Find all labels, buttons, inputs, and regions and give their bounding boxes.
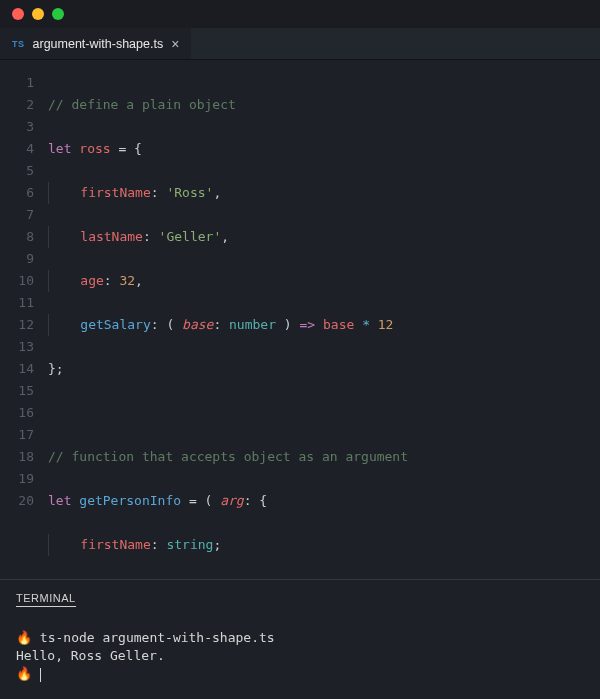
line-number: 5 [0, 160, 34, 182]
line-number: 1 [0, 72, 34, 94]
terminal-cursor [40, 668, 41, 682]
line-number: 17 [0, 424, 34, 446]
window-zoom-button[interactable] [52, 8, 64, 20]
property: firstName [80, 537, 150, 552]
line-number: 11 [0, 292, 34, 314]
line-number-gutter: 1234567891011121314151617181920 [0, 72, 48, 575]
code-editor[interactable]: 1234567891011121314151617181920 // defin… [0, 60, 600, 575]
terminal-output[interactable]: 🔥 ts-node argument-with-shape.ts Hello, … [16, 629, 584, 683]
line-number: 13 [0, 336, 34, 358]
punctuation: = { [111, 141, 142, 156]
type: string [166, 537, 213, 552]
property: age [80, 273, 103, 288]
type: number [229, 317, 276, 332]
terminal-command: ts-node argument-with-shape.ts [40, 630, 275, 645]
prompt-icon: 🔥 [16, 666, 40, 681]
line-number: 7 [0, 204, 34, 226]
bottom-panel: TERMINAL 🔥 ts-node argument-with-shape.t… [0, 580, 600, 699]
file-tab[interactable]: TS argument-with-shape.ts × [0, 28, 191, 59]
identifier: base [323, 317, 354, 332]
window-minimize-button[interactable] [32, 8, 44, 20]
titlebar [0, 0, 600, 28]
keyword-let: let [48, 493, 71, 508]
punctuation: }; [48, 361, 64, 376]
terminal-line: Hello, Ross Geller. [16, 648, 165, 663]
line-number: 18 [0, 446, 34, 468]
code-comment: // define a plain object [48, 97, 236, 112]
typescript-icon: TS [12, 39, 25, 49]
string-literal: 'Ross' [166, 185, 213, 200]
property: lastName [80, 229, 143, 244]
code-comment: // function that accepts object as an ar… [48, 449, 408, 464]
line-number: 14 [0, 358, 34, 380]
line-number: 9 [0, 248, 34, 270]
close-icon[interactable]: × [171, 37, 179, 51]
line-number: 20 [0, 490, 34, 512]
number-literal: 32 [119, 273, 135, 288]
method: getSalary [80, 317, 150, 332]
keyword-let: let [48, 141, 71, 156]
identifier: getPersonInfo [79, 493, 181, 508]
line-number: 15 [0, 380, 34, 402]
tab-filename: argument-with-shape.ts [33, 37, 164, 51]
prompt-icon: 🔥 [16, 630, 40, 645]
identifier: ross [79, 141, 110, 156]
code-area[interactable]: // define a plain object let ross = { fi… [48, 72, 600, 575]
string-literal: 'Geller' [159, 229, 222, 244]
line-number: 16 [0, 402, 34, 424]
number-literal: 12 [378, 317, 394, 332]
window-close-button[interactable] [12, 8, 24, 20]
line-number: 12 [0, 314, 34, 336]
parameter: arg [220, 493, 243, 508]
terminal-tab[interactable]: TERMINAL [16, 592, 76, 607]
line-number: 2 [0, 94, 34, 116]
line-number: 3 [0, 116, 34, 138]
line-number: 6 [0, 182, 34, 204]
property: firstName [80, 185, 150, 200]
line-number: 19 [0, 468, 34, 490]
editor-window: TS argument-with-shape.ts × 123456789101… [0, 0, 600, 699]
operator: * [362, 317, 370, 332]
line-number: 4 [0, 138, 34, 160]
parameter: base [182, 317, 213, 332]
line-number: 10 [0, 270, 34, 292]
tab-bar: TS argument-with-shape.ts × [0, 28, 600, 60]
line-number: 8 [0, 226, 34, 248]
